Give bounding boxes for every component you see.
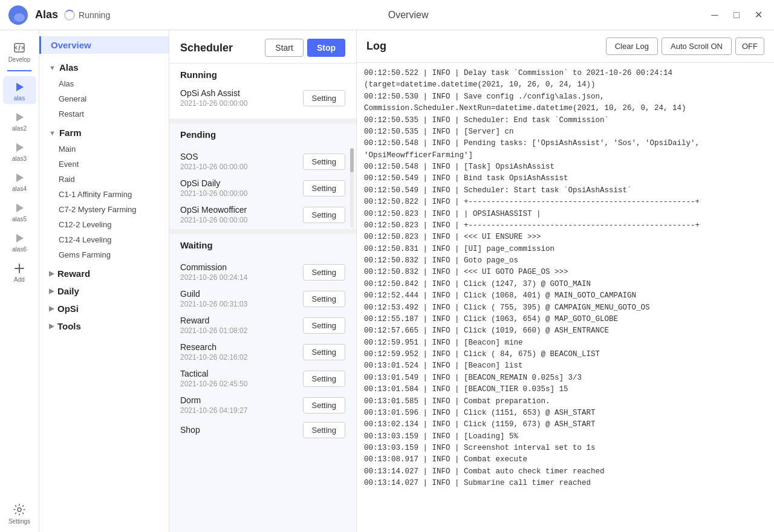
sidebar-item-alas6[interactable]: alas6 xyxy=(3,227,36,255)
waiting-label: Waiting xyxy=(169,240,356,254)
waiting-task-time: 2021-10-26 02:16:02 xyxy=(180,353,247,362)
waiting-task-info: Shop xyxy=(180,425,200,436)
waiting-task-info: Guild 2021-10-26 00:31:03 xyxy=(180,289,247,308)
nav-section-daily[interactable]: ▶ Daily xyxy=(39,282,169,300)
log-entry: 00:13:01.549 | INFO | [BEACON_REMAIN 0.0… xyxy=(364,372,767,384)
log-entry: 00:12:50.823 | INFO | <<< UI ENSURE >>> xyxy=(364,232,767,243)
log-panel: Log Clear Log Auto Scroll ON OFF 00:12:5… xyxy=(357,30,774,532)
stop-button[interactable]: Stop xyxy=(307,39,345,57)
log-entry: 00:13:08.917 | INFO | Combat execute xyxy=(364,454,767,465)
log-entry: 00:12:50.548 | INFO | [Task] OpsiAshAssi… xyxy=(364,161,767,173)
sidebar-item-alas5[interactable]: alas5 xyxy=(3,197,36,225)
pending-task-row: OpSi Daily 2021-10-26 00:00:00 Setting xyxy=(169,175,356,201)
pending-setting-button[interactable]: Setting xyxy=(303,180,345,196)
nav-section-farm[interactable]: ▼ Farm xyxy=(39,124,169,141)
start-button[interactable]: Start xyxy=(265,39,304,57)
running-task-name: OpSi Ash Assist xyxy=(180,88,247,98)
nav-item-c11-affinity[interactable]: C1-1 Affinity Farming xyxy=(39,187,169,202)
scheduler-buttons: Start Stop xyxy=(265,39,345,57)
pending-setting-button[interactable]: Setting xyxy=(303,154,345,170)
log-entry: 00:13:02.134 | INFO | Click (1159, 673) … xyxy=(364,419,767,430)
nav-item-alas[interactable]: Alas xyxy=(39,76,169,91)
nav-item-c124-leveling[interactable]: C12-4 Leveling xyxy=(39,232,169,247)
nav-overview[interactable]: Overview xyxy=(39,36,169,54)
nav-section-alas[interactable]: ▼ Alas xyxy=(39,59,169,76)
log-entry: 00:12:50.530 | INFO | Save config ./conf… xyxy=(364,91,767,103)
waiting-setting-button[interactable]: Setting xyxy=(303,422,345,438)
pending-task-name: OpSi Daily xyxy=(180,178,247,188)
nav-section-reward[interactable]: ▶ Reward xyxy=(39,265,169,282)
sidebar-item-alas[interactable]: alas xyxy=(3,76,36,104)
nav-item-c72-mystery[interactable]: C7-2 Mystery Farming xyxy=(39,202,169,217)
pending-list-container: SOS 2021-10-26 00:00:00 Setting OpSi Dai… xyxy=(169,148,356,228)
waiting-task-info: Research 2021-10-26 02:16:02 xyxy=(180,342,247,362)
sidebar-item-add[interactable]: Add xyxy=(3,258,36,285)
nav-item-main[interactable]: Main xyxy=(39,141,169,157)
minimize-button[interactable]: ─ xyxy=(706,7,723,24)
pending-task-row: SOS 2021-10-26 00:00:00 Setting xyxy=(169,148,356,175)
waiting-setting-button[interactable]: Setting xyxy=(303,397,345,414)
log-entry: Commission.Scheduler.NextRun=datetime.da… xyxy=(364,103,767,114)
pending-setting-button[interactable]: Setting xyxy=(303,207,345,223)
scheduler-body: Running OpSi Ash Assist 2021-10-26 00:00… xyxy=(169,63,356,532)
arrow-icon-farm: ▼ xyxy=(49,129,56,137)
svg-marker-6 xyxy=(16,113,24,122)
waiting-task-info: Dorm 2021-10-26 04:19:27 xyxy=(180,395,247,415)
log-entry: 00:12:50.535 | INFO | Scheduler: End tas… xyxy=(364,115,767,126)
running-label: Running xyxy=(180,70,345,80)
waiting-task-time: 2021-10-26 04:19:27 xyxy=(180,406,247,415)
window-title: Overview xyxy=(110,10,706,21)
app-logo xyxy=(7,4,29,26)
waiting-task-info: Tactical 2021-10-26 02:45:50 xyxy=(180,369,247,388)
log-title: Log xyxy=(366,40,386,53)
pending-section: Pending SOS 2021-10-26 00:00:00 Setting … xyxy=(169,123,356,229)
sidebar-item-alas4[interactable]: alas4 xyxy=(3,167,36,195)
waiting-task-name: Shop xyxy=(180,425,200,435)
pending-task-time: 2021-10-26 00:00:00 xyxy=(180,189,247,198)
waiting-task-row: Research 2021-10-26 02:16:02 Setting xyxy=(169,339,356,365)
nav-item-event[interactable]: Event xyxy=(39,157,169,172)
clear-log-button[interactable]: Clear Log xyxy=(606,37,658,55)
waiting-setting-button[interactable]: Setting xyxy=(303,371,345,387)
waiting-task-row: Guild 2021-10-26 00:31:03 Setting xyxy=(169,285,356,312)
waiting-task-name: Dorm xyxy=(180,395,247,405)
nav-item-raid[interactable]: Raid xyxy=(39,172,169,187)
close-button[interactable]: ✕ xyxy=(750,7,767,24)
log-entry: 00:12:50.548 | INFO | Pending tasks: ['O… xyxy=(364,138,767,149)
nav-item-restart[interactable]: Restart xyxy=(39,106,169,122)
waiting-task-name: Tactical xyxy=(180,369,247,378)
sidebar-item-settings[interactable]: Settings xyxy=(3,498,36,527)
maximize-button[interactable]: □ xyxy=(728,7,745,24)
running-section: Running OpSi Ash Assist 2021-10-26 00:00… xyxy=(169,63,356,118)
sidebar-item-alas3[interactable]: alas3 xyxy=(3,137,36,164)
nav-section-tools[interactable]: ▶ Tools xyxy=(39,317,169,335)
waiting-task-name: Research xyxy=(180,342,247,352)
waiting-task-name: Commission xyxy=(180,262,247,272)
nav-section-opsi-label: OpSi xyxy=(57,303,79,314)
log-entry: 00:12:55.187 | INFO | Click (1063, 654) … xyxy=(364,314,767,325)
waiting-setting-button[interactable]: Setting xyxy=(303,291,345,307)
nav-item-gems-farming[interactable]: Gems Farming xyxy=(39,247,169,262)
titlebar: Alas Running Overview ─ □ ✕ xyxy=(0,0,774,30)
nav-item-general[interactable]: General xyxy=(39,91,169,106)
log-entry: 00:12:59.951 | INFO | [Beacon] mine xyxy=(364,337,767,349)
svg-marker-9 xyxy=(16,204,24,212)
log-entry: 00:13:03.159 | INFO | [Loading] 5% xyxy=(364,431,767,443)
sidebar-label-alas5: alas5 xyxy=(12,216,27,222)
log-entry: 00:12:50.842 | INFO | Click (1247, 37) @… xyxy=(364,279,767,290)
log-actions: Clear Log Auto Scroll ON OFF xyxy=(606,37,764,55)
log-entry: 'OpsiMeowfficerFarming'] xyxy=(364,150,767,161)
sidebar-item-develop[interactable]: Develop xyxy=(3,36,36,65)
off-button[interactable]: OFF xyxy=(735,37,764,55)
waiting-setting-button[interactable]: Setting xyxy=(303,317,345,334)
running-setting-button[interactable]: Setting xyxy=(303,90,345,106)
waiting-setting-button[interactable]: Setting xyxy=(303,344,345,360)
nav-item-c122-leveling[interactable]: C12-2 Leveling xyxy=(39,217,169,232)
nav-section-opsi[interactable]: ▶ OpSi xyxy=(39,300,169,317)
pending-list: SOS 2021-10-26 00:00:00 Setting OpSi Dai… xyxy=(169,148,356,228)
auto-scroll-button[interactable]: Auto Scroll ON xyxy=(662,37,732,55)
waiting-task-row: Commission 2021-10-26 00:24:14 Setting xyxy=(169,259,356,285)
waiting-setting-button[interactable]: Setting xyxy=(303,264,345,281)
sidebar-item-alas2[interactable]: alas2 xyxy=(3,106,36,134)
pending-task-time: 2021-10-26 00:00:00 xyxy=(180,163,247,171)
